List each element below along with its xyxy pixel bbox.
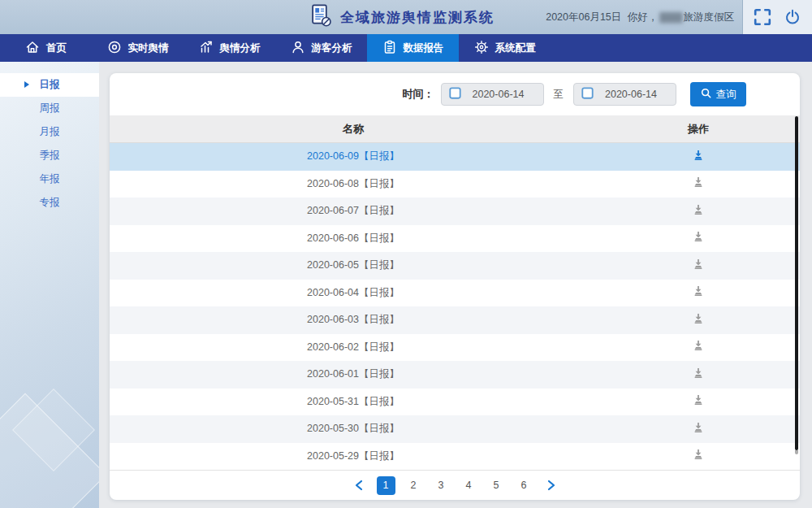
report-name-link[interactable]: 2020-06-09【日报】	[110, 150, 597, 163]
nav-tab-label: 实时舆情	[128, 41, 169, 55]
nav-tab-system-config[interactable]: 系统配置	[459, 34, 551, 62]
newspaper-logo-icon	[310, 3, 332, 32]
top-header: 全域旅游舆情监测系统 2020年06月15日 你好， ████ 旅游度假区	[0, 0, 812, 34]
nav-tab-realtime-opinion[interactable]: 实时舆情	[92, 34, 184, 62]
greeting-text: 你好，	[628, 11, 659, 24]
eye-icon	[107, 40, 122, 57]
page-number-1[interactable]: 1	[377, 476, 395, 495]
operation-cell	[597, 285, 800, 300]
operation-cell	[597, 313, 800, 328]
operation-cell	[597, 422, 800, 436]
calendar-icon	[449, 87, 461, 102]
operation-cell	[597, 449, 800, 463]
download-icon[interactable]	[693, 258, 704, 270]
report-name-link[interactable]: 2020-05-30【日报】	[110, 422, 597, 436]
download-icon[interactable]	[693, 176, 704, 188]
table-body: 2020-06-09【日报】 2020-06-08【日报】	[110, 143, 800, 470]
table-row: 2020-06-05【日报】	[110, 252, 800, 280]
calendar-icon	[581, 87, 594, 102]
table-header: 名称 操作	[110, 115, 800, 143]
app-title: 全域旅游舆情监测系统	[340, 8, 495, 27]
operation-cell	[597, 258, 800, 273]
download-icon[interactable]	[693, 150, 704, 161]
sidebar-item-daily-report[interactable]: 日报	[0, 73, 99, 97]
operation-cell	[597, 367, 800, 382]
main-area: 时间： 2020-06-14 至 2020-06-14	[99, 62, 812, 508]
user-greeting: 2020年06月15日 你好， ████ 旅游度假区	[546, 0, 734, 34]
gear-icon	[474, 40, 489, 57]
nav-tab-data-report[interactable]: 数据报告	[367, 34, 459, 62]
table-row: 2020-05-29【日报】	[110, 443, 800, 471]
fullscreen-icon[interactable]	[752, 7, 773, 28]
sidebar-item-label: 专报	[40, 197, 60, 208]
page-number-2[interactable]: 2	[404, 476, 423, 495]
report-name-link[interactable]: 2020-06-07【日报】	[110, 204, 597, 218]
table-scrollbar[interactable]	[795, 116, 798, 450]
report-name-link[interactable]: 2020-06-01【日报】	[110, 367, 597, 381]
search-button[interactable]: 查询	[690, 82, 746, 106]
download-icon[interactable]	[693, 204, 704, 215]
report-name-link[interactable]: 2020-06-02【日报】	[110, 341, 597, 354]
nav-tab-visitor-analysis[interactable]: 游客分析	[275, 34, 367, 62]
org-suffix: 旅游度假区	[684, 11, 735, 24]
download-icon[interactable]	[693, 449, 704, 460]
download-icon[interactable]	[693, 285, 704, 297]
page-number-5[interactable]: 5	[487, 476, 506, 495]
sidebar-item-label: 日报	[40, 79, 60, 90]
sidebar-item-weekly-report[interactable]: 周报	[0, 97, 99, 120]
end-date-input[interactable]: 2020-06-14	[573, 83, 676, 106]
operation-cell	[597, 176, 800, 191]
current-date: 2020年06月15日	[546, 11, 621, 24]
page-numbers: 1 2 3 4 5 6	[377, 476, 533, 495]
next-page-button[interactable]	[542, 476, 560, 494]
sidebar-item-quarterly-report[interactable]: 季报	[0, 144, 99, 167]
download-icon[interactable]	[693, 394, 704, 406]
sidebar-item-annual-report[interactable]: 年报	[0, 167, 99, 191]
prev-page-button[interactable]	[350, 476, 368, 494]
download-icon[interactable]	[693, 340, 704, 351]
start-date-value: 2020-06-14	[461, 89, 536, 100]
sidebar-item-monthly-report[interactable]: 月报	[0, 120, 99, 144]
report-icon	[382, 40, 397, 57]
page-number-3[interactable]: 3	[432, 476, 451, 495]
nav-tab-label: 游客分析	[312, 41, 352, 55]
table-row: 2020-05-31【日报】	[110, 389, 800, 416]
nav-tab-opinion-analysis[interactable]: 舆情分析	[184, 34, 275, 62]
table-row: 2020-06-08【日报】	[110, 171, 800, 198]
report-name-link[interactable]: 2020-05-29【日报】	[110, 449, 597, 463]
page-number-6[interactable]: 6	[515, 476, 533, 495]
sidebar-item-special-report[interactable]: 专报	[0, 191, 99, 215]
user-icon	[291, 40, 305, 57]
start-date-input[interactable]: 2020-06-14	[441, 83, 544, 106]
report-name-link[interactable]: 2020-06-03【日报】	[110, 313, 597, 327]
home-icon	[25, 40, 40, 57]
download-icon[interactable]	[693, 422, 704, 433]
app-window: 全域旅游舆情监测系统 2020年06月15日 你好， ████ 旅游度假区	[0, 0, 812, 508]
report-card: 时间： 2020-06-14 至 2020-06-14	[110, 73, 800, 500]
table-row: 2020-06-09【日报】	[110, 143, 800, 171]
nav-tab-label: 舆情分析	[220, 41, 261, 55]
power-icon[interactable]	[782, 7, 803, 28]
report-name-link[interactable]: 2020-05-31【日报】	[110, 395, 597, 409]
sidebar-item-label: 月报	[40, 126, 60, 137]
nav-tab-label: 系统配置	[495, 41, 536, 55]
search-icon	[701, 88, 711, 101]
report-name-link[interactable]: 2020-06-04【日报】	[110, 286, 597, 300]
page-number-4[interactable]: 4	[460, 476, 478, 495]
content-row: 日报 周报 月报 季报 年报 专报 时间：	[0, 62, 812, 508]
column-header-operation: 操作	[597, 115, 800, 142]
download-icon[interactable]	[693, 231, 704, 242]
nav-tab-home[interactable]: 首页	[0, 34, 92, 62]
download-icon[interactable]	[693, 313, 704, 324]
table-row: 2020-06-03【日报】	[110, 306, 800, 334]
report-name-link[interactable]: 2020-06-08【日报】	[110, 177, 597, 191]
table-row: 2020-06-06【日报】	[110, 225, 800, 253]
report-name-link[interactable]: 2020-06-06【日报】	[110, 232, 597, 245]
main-nav: 首页 实时舆情 舆情分析 游客分析 数据报告 系统配置	[0, 34, 812, 62]
header-action-panel	[742, 0, 812, 34]
table-row: 2020-06-04【日报】	[110, 280, 800, 307]
report-name-link[interactable]: 2020-06-05【日报】	[110, 258, 597, 272]
download-icon[interactable]	[693, 367, 704, 379]
table-row: 2020-06-01【日报】	[110, 361, 800, 389]
org-name-redacted: ████	[659, 12, 681, 22]
